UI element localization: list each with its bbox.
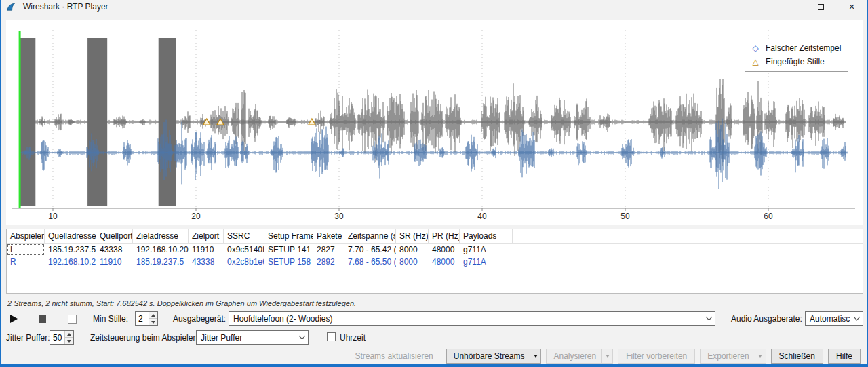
dest-address-cell[interactable]: 192.168.10.209 [133, 244, 189, 256]
timing-label: Zeitsteuerung beim Abspielen: [90, 333, 199, 343]
help-button[interactable]: Hilfe [828, 349, 861, 364]
packets-cell[interactable]: 2827 [313, 244, 344, 256]
maximize-button[interactable] [805, 0, 836, 14]
legend-label: Eingefügte Stille [766, 57, 825, 66]
column-header[interactable]: Zielport [189, 229, 224, 243]
pause-icon [68, 315, 77, 324]
svg-text:50: 50 [620, 212, 630, 221]
titlebar: Wireshark · RTP Player ✕ [1, 0, 867, 14]
timing-select[interactable]: Jitter Puffer [196, 330, 309, 345]
svg-text:20: 20 [191, 212, 201, 221]
pause-button[interactable] [63, 311, 81, 326]
column-header[interactable]: Quelladresse [45, 229, 96, 243]
play-button[interactable] [5, 311, 22, 326]
legend-item-false-timestamp: ◇ Falscher Zeitstempel [751, 43, 841, 53]
source-address-cell[interactable]: 185.19.237.5 [45, 244, 96, 256]
export-button[interactable]: Exportieren [700, 349, 766, 364]
analyze-button[interactable]: Analysieren [546, 349, 613, 364]
button-label: Schließen [779, 351, 815, 361]
stepper-down-icon[interactable] [149, 319, 157, 325]
ssrc-cell[interactable]: 0x9c5140ff [224, 244, 264, 256]
column-header[interactable]: Zieladresse [133, 229, 189, 243]
inaudible-streams-button[interactable]: Unhörbare Streams [446, 349, 542, 364]
table-header[interactable]: Abspielen Quelladresse Quellport Zieladr… [7, 229, 863, 244]
jitter-buffer-stepper[interactable]: 50 [50, 330, 74, 345]
column-header[interactable]: Pakete [313, 229, 344, 243]
packets-cell[interactable]: 2892 [313, 256, 344, 268]
pr-cell[interactable]: 48000 [429, 256, 460, 268]
dest-port-cell[interactable]: 11910 [189, 244, 224, 256]
clock-checkbox-label: Uhrzeit [340, 333, 366, 343]
chevron-down-icon[interactable] [703, 317, 715, 320]
source-port-cell[interactable]: 11910 [96, 256, 133, 268]
column-header[interactable]: Payloads [460, 229, 513, 243]
stepper-buttons[interactable] [64, 331, 73, 344]
dropdown-arrow-icon[interactable] [530, 349, 540, 363]
table-row-stream-l[interactable]: L 185.19.237.5 43338 192.168.10.209 1191… [7, 244, 863, 256]
dest-port-cell[interactable]: 43338 [189, 256, 224, 268]
button-label: Analysieren [547, 351, 601, 361]
play-channel-cell[interactable]: L [7, 244, 45, 256]
min-silence-stepper[interactable]: 2 [135, 311, 158, 326]
button-label: Exportieren [701, 351, 754, 361]
close-window-button[interactable]: ✕ [836, 0, 867, 14]
setup-frame-cell[interactable]: SETUP 158 [264, 256, 313, 268]
dest-address-cell[interactable]: 185.19.237.5 [133, 256, 189, 268]
inserted-silence-icon: △ [751, 58, 760, 66]
legend-label: Falscher Zeitstempel [766, 43, 841, 53]
min-silence-value[interactable]: 2 [136, 312, 149, 325]
timespan-cell[interactable]: 7.68 - 65.50 (... [344, 256, 396, 268]
output-device-label: Ausgabegerät: [173, 314, 226, 324]
waveform-canvas[interactable]: 102030405060 [6, 20, 863, 225]
timespan-cell[interactable]: 7.70 - 65.42 (... [344, 244, 396, 256]
payloads-cell[interactable]: g711A [460, 244, 513, 256]
window-title: Wireshark · RTP Player [23, 2, 108, 12]
audio-rate-value: Automatisch [806, 314, 850, 324]
payloads-cell[interactable]: g711A [460, 256, 513, 268]
close-button[interactable]: Schließen [771, 349, 823, 364]
audio-rate-select[interactable]: Automatisch [805, 311, 863, 326]
column-header[interactable]: Zeitspanne (s) [344, 229, 396, 243]
pr-cell[interactable]: 48000 [429, 244, 460, 256]
column-header[interactable]: Abspielen [7, 229, 45, 243]
sr-cell[interactable]: 8000 [396, 256, 429, 268]
source-address-cell[interactable]: 192.168.10.209 [45, 256, 96, 268]
column-header[interactable]: SSRC [224, 229, 264, 243]
clock-checkbox[interactable] [327, 332, 336, 341]
maximize-icon [818, 4, 824, 10]
column-header[interactable]: Quellport [96, 229, 133, 243]
column-header[interactable]: SR (Hz) [396, 229, 429, 243]
setup-frame-cell[interactable]: SETUP 141 [264, 244, 313, 256]
column-header[interactable]: Setup Frame [264, 229, 313, 243]
output-device-select[interactable]: Hoofdtelefoon (2- Woodies) [229, 311, 715, 326]
play-channel-cell[interactable]: R [7, 256, 45, 268]
refresh-streams-button[interactable]: Streams aktualisieren [347, 349, 441, 364]
legend-item-inserted-silence: △ Eingefügte Stille [751, 57, 841, 66]
output-device-value: Hoofdtelefoon (2- Woodies) [229, 314, 703, 324]
jitter-buffer-value[interactable]: 50 [50, 331, 64, 344]
stepper-buttons[interactable] [149, 312, 157, 325]
chevron-down-icon[interactable] [850, 317, 863, 320]
column-header[interactable]: PR (Hz) [429, 229, 460, 243]
play-icon [10, 315, 18, 323]
svg-text:30: 30 [334, 212, 344, 221]
plot-legend: ◇ Falscher Zeitstempel △ Eingefügte Stil… [745, 39, 848, 72]
streams-table[interactable]: Abspielen Quelladresse Quellport Zieladr… [6, 229, 863, 294]
sr-cell[interactable]: 8000 [396, 244, 429, 256]
audio-rate-label: Audio Ausgaberate: [731, 314, 802, 324]
dropdown-arrow-icon [602, 349, 612, 363]
stepper-down-icon[interactable] [65, 338, 73, 344]
source-port-cell[interactable]: 43338 [96, 244, 133, 256]
prepare-filter-button[interactable]: Filter vorbereiten [618, 349, 695, 364]
stepper-up-icon[interactable] [65, 331, 73, 338]
chevron-down-icon[interactable] [296, 336, 308, 339]
stop-button[interactable] [33, 311, 51, 326]
minimize-button[interactable] [774, 0, 805, 14]
ssrc-cell[interactable]: 0x2c8b1e6e [224, 256, 264, 268]
window-controls: ✕ [774, 0, 867, 14]
stepper-up-icon[interactable] [149, 312, 157, 319]
table-row-stream-r[interactable]: R 192.168.10.209 11910 185.19.237.5 4333… [7, 256, 863, 268]
wireshark-icon [6, 2, 16, 12]
waveform-plot[interactable]: 102030405060 ◇ Falscher Zeitstempel △ Ei… [6, 20, 863, 225]
svg-text:40: 40 [477, 212, 487, 221]
